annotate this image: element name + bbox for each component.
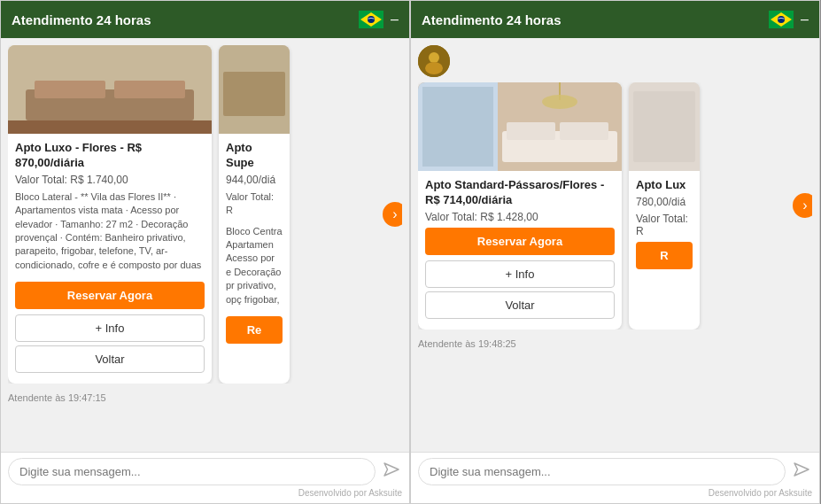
svg-rect-6	[114, 81, 185, 98]
svg-rect-18	[422, 87, 493, 167]
avatar-image-2	[418, 45, 450, 77]
card-title-1-2: Apto Supe	[226, 141, 283, 171]
chat-footer-2: Desenvolvido por Asksuite	[411, 452, 819, 503]
minimize-button-1[interactable]: –	[391, 12, 399, 27]
chat-body-2: Apto Standard-Pássaros/Flores - R$ 714,0…	[411, 38, 819, 452]
info-button-2-1[interactable]: + Info	[425, 260, 615, 288]
chat-header-1: Atendimento 24 horas –	[1, 1, 409, 38]
reserve-button-2-2[interactable]: R	[636, 242, 693, 269]
send-icon-2	[793, 461, 810, 478]
info-button-1-1[interactable]: + Info	[15, 314, 205, 342]
chat-title-1: Atendimento 24 horas	[12, 12, 151, 27]
svg-rect-5	[35, 81, 105, 98]
powered-by-2: Desenvolvido por Asksuite	[418, 488, 812, 498]
reserve-button-2-1[interactable]: Reservar Agora	[425, 228, 615, 255]
card-price-1-2: 944,00/diá	[226, 174, 283, 186]
card-image-1-2	[219, 45, 290, 134]
header-right-1: –	[359, 11, 399, 28]
cards-wrapper-2: Apto Standard-Pássaros/Flores - R$ 714,0…	[418, 82, 812, 330]
back-button-1-1[interactable]: Voltar	[15, 345, 205, 373]
chat-body-1: Apto Luxo - Flores - R$ 870,00/diária Va…	[1, 38, 409, 452]
card-2-2: Apto Lux 780,00/diá Valor Total: R R	[629, 82, 700, 330]
chat-input-1[interactable]	[8, 458, 376, 485]
powered-by-1: Desenvolvido por Asksuite	[8, 488, 402, 498]
card-content-2-2: Apto Lux 780,00/diá Valor Total: R R	[629, 171, 700, 282]
cards-container-1: Apto Luxo - Flores - R$ 870,00/diária Va…	[8, 45, 402, 384]
svg-point-12	[778, 16, 785, 23]
card-description2-1-2: Bloco Centra Apartamen Acesso por e Deco…	[226, 225, 283, 309]
next-button-1[interactable]: ›	[383, 202, 402, 227]
chat-window-1: Atendimento 24 horas –	[0, 0, 410, 504]
brazil-flag-icon-2	[769, 11, 794, 28]
card-title-1-1: Apto Luxo - Flores - R$ 870,00/diária	[15, 141, 205, 171]
minimize-button-2[interactable]: –	[801, 12, 809, 27]
card-image-2-2	[629, 82, 700, 171]
card-1-1: Apto Luxo - Flores - R$ 870,00/diária Va…	[8, 45, 212, 384]
card-image-2-1	[418, 82, 622, 171]
chat-window-2: Atendimento 24 horas –	[410, 0, 820, 504]
card-price-2-2: 780,00/diá	[636, 196, 693, 208]
back-button-2-1[interactable]: Voltar	[425, 291, 615, 319]
reserve-button-1-1[interactable]: Reservar Agora	[15, 282, 205, 309]
reserve-button-1-2[interactable]: Re	[226, 316, 283, 344]
send-button-2[interactable]	[791, 459, 812, 485]
svg-point-15	[425, 62, 443, 74]
svg-point-23	[542, 95, 577, 109]
cards-container-2: Apto Standard-Pássaros/Flores - R$ 714,0…	[418, 82, 812, 330]
card-2-1: Apto Standard-Pássaros/Flores - R$ 714,0…	[418, 82, 622, 330]
card-price2-2-2: Valor Total: R	[636, 213, 693, 237]
card-image-1-1	[8, 45, 212, 134]
card-content-2-1: Apto Standard-Pássaros/Flores - R$ 714,0…	[418, 171, 622, 330]
card-description-1-1: Bloco Lateral - ** Vila das Flores II** …	[15, 190, 205, 275]
svg-rect-9	[223, 72, 285, 116]
svg-rect-25	[633, 91, 695, 162]
chat-input-2[interactable]	[418, 458, 786, 485]
chat-footer-1: Desenvolvido por Asksuite	[1, 452, 409, 503]
card-1-2: Apto Supe 944,00/diá Valor Total: R Bloc…	[219, 45, 290, 384]
card-description-1-2: Valor Total: R	[226, 190, 283, 218]
card-title-2-2: Apto Lux	[636, 178, 693, 193]
card-content-1-1: Apto Luxo - Flores - R$ 870,00/diária Va…	[8, 134, 212, 384]
svg-rect-21	[560, 122, 608, 140]
card-content-1-2: Apto Supe 944,00/diá Valor Total: R Bloc…	[219, 134, 290, 356]
timestamp-1: Atendente às 19:47:15	[8, 391, 402, 405]
svg-point-2	[368, 16, 375, 23]
chat-input-row-1	[8, 458, 402, 485]
timestamp-2: Atendente às 19:48:25	[418, 337, 812, 351]
svg-point-14	[429, 52, 439, 63]
send-icon-1	[383, 461, 400, 478]
svg-rect-7	[8, 120, 212, 134]
card-price-2-1: Valor Total: R$ 1.428,00	[425, 211, 615, 223]
card-price-1-1: Valor Total: R$ 1.740,00	[15, 174, 205, 186]
chat-input-row-2	[418, 458, 812, 485]
brazil-flag-icon-1	[359, 11, 383, 28]
send-button-1[interactable]	[381, 459, 402, 485]
card-title-2-1: Apto Standard-Pássaros/Flores - R$ 714,0…	[425, 178, 615, 208]
cards-wrapper-1: Apto Luxo - Flores - R$ 870,00/diária Va…	[8, 45, 402, 384]
chat-title-2: Atendimento 24 horas	[422, 12, 562, 27]
user-avatar-2	[418, 45, 450, 77]
next-button-2[interactable]: ›	[793, 193, 812, 218]
chat-header-2: Atendimento 24 horas –	[411, 1, 819, 38]
header-right-2: –	[769, 11, 809, 28]
svg-rect-20	[507, 122, 555, 140]
